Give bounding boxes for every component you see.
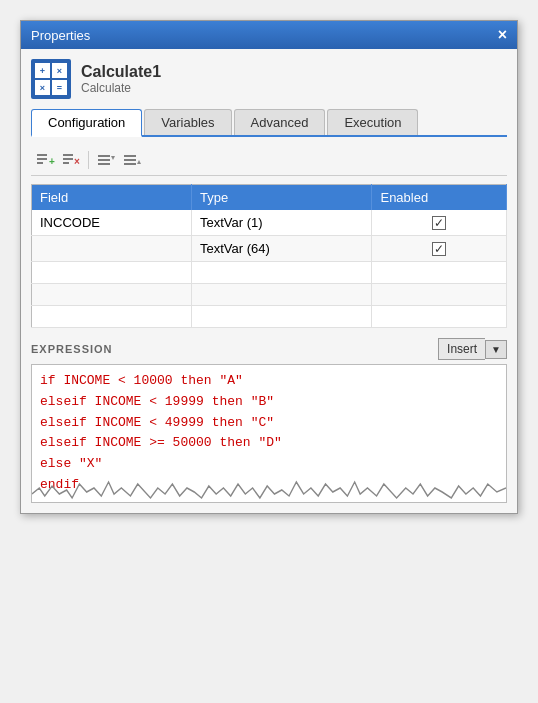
row2-field[interactable] [32, 236, 192, 262]
tab-configuration[interactable]: Configuration [31, 109, 142, 137]
table-row: INCCODE TextVar (1) ✓ [32, 210, 507, 236]
row1-type[interactable]: TextVar (1) [191, 210, 372, 236]
tab-advanced[interactable]: Advanced [234, 109, 326, 135]
expr-line-3: elseif INCOME < 49999 then "C" [40, 413, 498, 434]
node-type: Calculate [81, 81, 161, 95]
insert-button-group[interactable]: Insert ▼ [438, 338, 507, 360]
remove-row-button[interactable]: × [59, 149, 83, 171]
col-field: Field [32, 185, 192, 211]
table-row: TextVar (64) ✓ [32, 236, 507, 262]
checkbox-1[interactable]: ✓ [432, 216, 446, 230]
move-down-button[interactable] [120, 149, 144, 171]
expression-editor[interactable]: if INCOME < 10000 then "A" elseif INCOME… [31, 364, 507, 503]
icon-cell-plus: + [35, 63, 50, 78]
svg-marker-15 [137, 160, 141, 164]
expr-line-5: else "X" [40, 454, 498, 475]
table-empty-row-3 [32, 306, 507, 328]
move-up-button[interactable] [94, 149, 118, 171]
properties-window: Properties × + × × = Calculate1 Calculat… [20, 20, 518, 514]
add-row-button[interactable]: + [33, 149, 57, 171]
tab-bar: Configuration Variables Advanced Executi… [31, 109, 507, 137]
header-title: Calculate1 Calculate [81, 63, 161, 95]
row2-type[interactable]: TextVar (64) [191, 236, 372, 262]
row2-enabled[interactable]: ✓ [372, 236, 507, 262]
tab-variables[interactable]: Variables [144, 109, 231, 135]
svg-text:×: × [74, 156, 80, 167]
expr-line-4: elseif INCOME >= 50000 then "D" [40, 433, 498, 454]
tab-execution[interactable]: Execution [327, 109, 418, 135]
icon-cell-times1: × [52, 63, 67, 78]
expr-line-1: if INCOME < 10000 then "A" [40, 371, 498, 392]
header-section: + × × = Calculate1 Calculate [31, 59, 507, 99]
toolbar-sep-1 [88, 151, 89, 169]
checkbox-2[interactable]: ✓ [432, 242, 446, 256]
col-type: Type [191, 185, 372, 211]
table-empty-row-1 [32, 262, 507, 284]
col-enabled: Enabled [372, 185, 507, 211]
expression-header: EXPRESSION Insert ▼ [31, 338, 507, 360]
table-empty-row-2 [32, 284, 507, 306]
insert-button-main[interactable]: Insert [438, 338, 485, 360]
close-button[interactable]: × [498, 27, 507, 43]
window-content: + × × = Calculate1 Calculate Configurati… [21, 49, 517, 513]
icon-cell-equals: = [52, 80, 67, 95]
row1-field[interactable]: INCCODE [32, 210, 192, 236]
toolbar: + × [31, 145, 507, 176]
row1-enabled[interactable]: ✓ [372, 210, 507, 236]
icon-cell-times2: × [35, 80, 50, 95]
expr-line-2: elseif INCOME < 19999 then "B" [40, 392, 498, 413]
jagged-bottom-decoration [32, 474, 506, 502]
svg-text:+: + [49, 156, 55, 167]
window-title: Properties [31, 28, 90, 43]
svg-marker-11 [111, 156, 115, 160]
calc-icon: + × × = [31, 59, 71, 99]
expression-label: EXPRESSION [31, 343, 113, 355]
insert-dropdown-arrow[interactable]: ▼ [485, 340, 507, 359]
title-bar: Properties × [21, 21, 517, 49]
fields-table: Field Type Enabled INCCODE TextVar (1) ✓… [31, 184, 507, 328]
node-name: Calculate1 [81, 63, 161, 81]
